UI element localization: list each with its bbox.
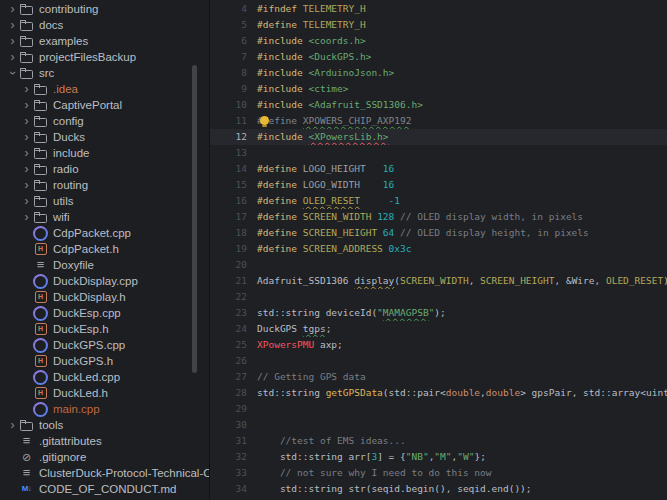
tree-item-duckled-h[interactable]: DuckLed.h [0, 385, 209, 401]
tree-item-main-cpp[interactable]: main.cpp [0, 401, 209, 417]
code-line-8[interactable]: 8#include <ArduinoJson.h> [210, 65, 667, 81]
tree-item-duckled-cpp[interactable]: DuckLed.cpp [0, 369, 209, 385]
code-line-18[interactable]: 18#define SCREEN_HEIGHT 64 // OLED displ… [210, 225, 667, 241]
code-line-11[interactable]: 11#define XPOWERS_CHIP_AXP192 [210, 113, 667, 129]
tree-item-duckesp-cpp[interactable]: DuckEsp.cpp [0, 305, 209, 321]
code-line-23[interactable]: 23std::string deviceId("MAMAGPSB"); [210, 305, 667, 321]
tree-item-idea[interactable]: .idea [0, 81, 209, 97]
chevron-collapsed-icon[interactable] [20, 129, 33, 145]
line-number[interactable]: 8 [210, 65, 247, 81]
tree-item-cdppacket-h[interactable]: CdpPacket.h [0, 241, 209, 257]
chevron-collapsed-icon[interactable] [20, 97, 33, 113]
line-number[interactable]: 21 [210, 273, 247, 289]
code-line-29[interactable]: 29 [210, 401, 667, 417]
chevron-collapsed-icon[interactable] [20, 161, 33, 177]
line-number[interactable]: 28 [210, 385, 247, 401]
tree-item-utils[interactable]: utils [0, 193, 209, 209]
chevron-collapsed-icon[interactable] [20, 193, 33, 209]
chevron-collapsed-icon[interactable] [6, 417, 19, 433]
code-line-6[interactable]: 6#include <coords.h> [210, 33, 667, 49]
tree-item-src[interactable]: src [0, 65, 209, 81]
line-number[interactable]: 15 [210, 177, 247, 193]
line-number[interactable]: 24 [210, 321, 247, 337]
line-number[interactable]: 23 [210, 305, 247, 321]
line-number[interactable]: 22 [210, 289, 247, 305]
tree-item-duckesp-h[interactable]: DuckEsp.h [0, 321, 209, 337]
line-number[interactable]: 27 [210, 369, 247, 385]
tree-item-examples[interactable]: examples [0, 33, 209, 49]
tree-item-contributing[interactable]: contributing [0, 1, 209, 17]
code-line-14[interactable]: 14#define LOGO_HEIGHT 16 [210, 161, 667, 177]
code-line-5[interactable]: 5#define TELEMETRY_H [210, 17, 667, 33]
line-number[interactable]: 29 [210, 401, 247, 417]
code-line-22[interactable]: 22 [210, 289, 667, 305]
chevron-collapsed-icon[interactable] [6, 17, 19, 33]
tree-item-cdppacket-cpp[interactable]: CdpPacket.cpp [0, 225, 209, 241]
tree-item-docs[interactable]: docs [0, 17, 209, 33]
line-number[interactable]: 25 [210, 337, 247, 353]
code-line-19[interactable]: 19#define SCREEN_ADDRESS 0x3c [210, 241, 667, 257]
tree-item-config[interactable]: config [0, 113, 209, 129]
chevron-collapsed-icon[interactable] [20, 145, 33, 161]
line-number[interactable]: 17 [210, 209, 247, 225]
tree-item-radio[interactable]: radio [0, 161, 209, 177]
code-line-24[interactable]: 24DuckGPS tgps; [210, 321, 667, 337]
tree-item-routing[interactable]: routing [0, 177, 209, 193]
line-number[interactable]: 16 [210, 193, 247, 209]
code-line-15[interactable]: 15#define LOGO_WIDTH 16 [210, 177, 667, 193]
code-line-21[interactable]: 21Adafruit_SSD1306 display(SCREEN_WIDTH,… [210, 273, 667, 289]
line-number[interactable]: 13 [210, 145, 247, 161]
line-number[interactable]: 26 [210, 353, 247, 369]
editor[interactable]: 4#ifndef TELEMETRY_H5#define TELEMETRY_H… [210, 0, 667, 500]
tree-item-include[interactable]: include [0, 145, 209, 161]
chevron-collapsed-icon[interactable] [20, 81, 33, 97]
line-number[interactable]: 6 [210, 33, 247, 49]
chevron-expanded-icon[interactable] [6, 65, 19, 81]
line-number[interactable]: 19 [210, 241, 247, 257]
line-number[interactable]: 30 [210, 417, 247, 433]
tree-scrollbar[interactable] [192, 65, 197, 373]
chevron-collapsed-icon[interactable] [6, 1, 19, 17]
chevron-collapsed-icon[interactable] [20, 113, 33, 129]
tree-item-duckdisplay-h[interactable]: DuckDisplay.h [0, 289, 209, 305]
code-line-26[interactable]: 26 [210, 353, 667, 369]
line-number[interactable]: 20 [210, 257, 247, 273]
line-number[interactable]: 11 [210, 113, 247, 129]
line-number[interactable]: 18 [210, 225, 247, 241]
code-line-16[interactable]: 16#define OLED_RESET -1 [210, 193, 667, 209]
tree-item-captiveportal[interactable]: CaptivePortal [0, 97, 209, 113]
code-line-25[interactable]: 25XPowersPMU axp; [210, 337, 667, 353]
line-number[interactable]: 5 [210, 17, 247, 33]
chevron-collapsed-icon[interactable] [6, 49, 19, 65]
code-line-12[interactable]: 12#include <XPowersLib.h> [210, 129, 667, 145]
tree-item-duckgps-cpp[interactable]: DuckGPS.cpp [0, 337, 209, 353]
line-number[interactable]: 33 [210, 465, 247, 481]
code-line-34[interactable]: 34 std::string str(seqid.begin(), seqid.… [210, 481, 667, 497]
code-line-7[interactable]: 7#include <DuckGPS.h> [210, 49, 667, 65]
tree-item-duckdisplay-cpp[interactable]: DuckDisplay.cpp [0, 273, 209, 289]
line-number[interactable]: 9 [210, 81, 247, 97]
line-number[interactable]: 4 [210, 1, 247, 17]
tree-item-projectfilesbackup[interactable]: projectFilesBackup [0, 49, 209, 65]
line-number[interactable]: 12 [210, 129, 247, 145]
code-line-33[interactable]: 33 // not sure why I need to do this now [210, 465, 667, 481]
code-line-28[interactable]: 28std::string getGPSData(std::pair<doubl… [210, 385, 667, 401]
chevron-collapsed-icon[interactable] [20, 177, 33, 193]
line-number[interactable]: 34 [210, 481, 247, 497]
line-number[interactable]: 14 [210, 161, 247, 177]
tree-item-doxyfile[interactable]: Doxyfile [0, 257, 209, 273]
tree-item-clusterduck-protocol-technical-charter-p[interactable]: ClusterDuck-Protocol-Technical-Charter.p [0, 465, 209, 481]
tree-item-wifi[interactable]: wifi [0, 209, 209, 225]
tree-item-tools[interactable]: tools [0, 417, 209, 433]
code-line-10[interactable]: 10#include <Adafruit_SSD1306.h> [210, 97, 667, 113]
code-line-27[interactable]: 27// Getting GPS data [210, 369, 667, 385]
code-line-9[interactable]: 9#include <ctime> [210, 81, 667, 97]
code-line-20[interactable]: 20 [210, 257, 667, 273]
line-number[interactable]: 7 [210, 49, 247, 65]
line-number[interactable]: 32 [210, 449, 247, 465]
line-number[interactable]: 10 [210, 97, 247, 113]
line-number[interactable]: 31 [210, 433, 247, 449]
tree-item-code-of-conduct-md[interactable]: CODE_OF_CONDUCT.md [0, 481, 209, 497]
code-line-13[interactable]: 13 [210, 145, 667, 161]
code-line-4[interactable]: 4#ifndef TELEMETRY_H [210, 1, 667, 17]
